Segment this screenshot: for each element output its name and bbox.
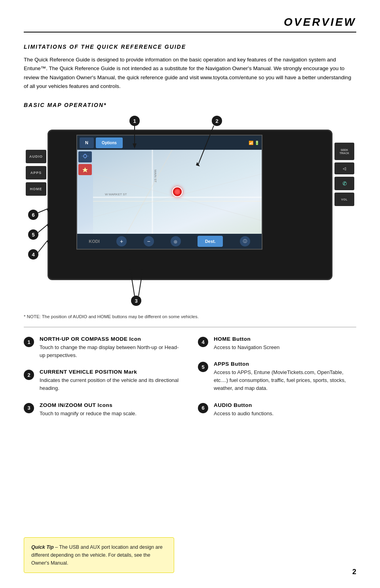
svg-text:4: 4 bbox=[32, 252, 35, 258]
svg-point-29 bbox=[28, 249, 38, 260]
svg-line-8 bbox=[125, 150, 172, 234]
quick-tip-label: Quick Tip bbox=[31, 544, 54, 550]
desc-body-4: Access to Navigation Screen bbox=[214, 344, 356, 351]
desc-body-3: Touch to magnify or reduce the map scale… bbox=[40, 410, 182, 418]
header-title: OVERVIEW bbox=[24, 16, 356, 29]
nav-n-icon[interactable]: N bbox=[80, 137, 94, 148]
svg-point-25 bbox=[131, 296, 141, 306]
desc-content-6: AUDIO Button Access to audio functions. bbox=[214, 402, 356, 418]
zoom-in-btn[interactable]: + bbox=[116, 236, 127, 246]
desc-item-1: 1 NORTH-UP OR COMPASS MODE Icon Touch to… bbox=[24, 336, 182, 359]
hardware-buttons-left: AUDIO APPS HOME bbox=[26, 150, 46, 196]
limitations-section: LIMITATIONS OF THE QUICK REFERENCE GUIDE… bbox=[24, 44, 356, 91]
descriptions-left: 1 NORTH-UP OR COMPASS MODE Icon Touch to… bbox=[24, 336, 182, 427]
screen-top-bar: N Options 📶 🔋 bbox=[77, 136, 262, 150]
svg-point-15 bbox=[129, 116, 140, 126]
svg-line-31 bbox=[38, 225, 48, 233]
svg-point-0 bbox=[84, 155, 87, 158]
apps-hw-button[interactable]: APPS bbox=[26, 166, 46, 179]
screen-bottom-bar: KODI + − ◎ Dest. ⓘ bbox=[77, 234, 262, 249]
desc-item-4: 4 HOME Button Access to Navigation Scree… bbox=[198, 336, 356, 351]
descriptions-right: 4 HOME Button Access to Navigation Scree… bbox=[198, 336, 356, 427]
desc-item-5: 5 APPS Button Access to APPS, Entune (Mo… bbox=[198, 361, 356, 392]
desc-body-6: Access to audio functions. bbox=[214, 410, 356, 418]
desc-title-3: ZOOM IN/ZOOM OUT Icons bbox=[40, 402, 182, 408]
desc-item-2: 2 CURRENT VEHICLE POSITION Mark Indicate… bbox=[24, 369, 182, 392]
back-button[interactable]: ◁ bbox=[334, 162, 354, 174]
desc-item-3: 3 ZOOM IN/ZOOM OUT Icons Touch to magnif… bbox=[24, 402, 182, 418]
desc-number-6: 6 bbox=[198, 403, 208, 413]
desc-title-2: CURRENT VEHICLE POSITION Mark bbox=[40, 369, 182, 375]
desc-number-2: 2 bbox=[24, 370, 34, 380]
seek-track-button[interactable]: SEEK TRACK bbox=[334, 143, 354, 160]
desc-number-5: 5 bbox=[198, 362, 208, 372]
vehicle-position-marker bbox=[172, 187, 182, 197]
svg-text:6: 6 bbox=[32, 212, 34, 218]
basic-map-section: BASIC MAP OPERATION* AUDIO APPS HOME SEE… bbox=[24, 102, 356, 319]
hardware-buttons-right: SEEK TRACK ◁ ✆ VOL bbox=[334, 143, 354, 206]
desc-content-5: APPS Button Access to APPS, Entune (Movi… bbox=[214, 361, 356, 392]
device-frame: AUDIO APPS HOME SEEK TRACK ◁ ✆ VOL bbox=[48, 130, 332, 280]
desc-body-2: Indicates the current position of the ve… bbox=[40, 376, 182, 392]
info-btn[interactable]: ⓘ bbox=[240, 236, 250, 246]
svg-text:W MARKET ST: W MARKET ST bbox=[105, 193, 127, 196]
svg-point-37 bbox=[28, 210, 38, 220]
desc-title-6: AUDIO Button bbox=[214, 402, 356, 408]
diagram-note: * NOTE: The position of AUDIO and HOME b… bbox=[24, 314, 356, 319]
desc-number-1: 1 bbox=[24, 337, 34, 347]
svg-text:2: 2 bbox=[215, 118, 218, 124]
volume-button[interactable]: VOL bbox=[334, 193, 354, 206]
center-map-btn[interactable]: ◎ bbox=[171, 236, 181, 246]
descriptions-grid: 1 NORTH-UP OR COMPASS MODE Icon Touch to… bbox=[24, 336, 356, 427]
svg-text:3: 3 bbox=[135, 298, 137, 304]
desc-item-6: 6 AUDIO Button Access to audio functions… bbox=[198, 402, 356, 418]
section-divider bbox=[24, 327, 356, 327]
desc-number-4: 4 bbox=[198, 337, 208, 347]
options-button[interactable]: Options bbox=[96, 137, 123, 148]
svg-point-19 bbox=[212, 116, 222, 126]
limitations-body: The Quick Reference Guide is designed to… bbox=[24, 55, 356, 91]
svg-line-27 bbox=[38, 241, 48, 252]
desc-body-1: Touch to change the map display between … bbox=[40, 344, 182, 359]
page-number: 2 bbox=[352, 568, 356, 576]
audio-hw-button[interactable]: AUDIO bbox=[26, 150, 46, 163]
desc-title-4: HOME Button bbox=[214, 336, 356, 342]
desc-content-4: HOME Button Access to Navigation Screen bbox=[214, 336, 356, 351]
dest-btn[interactable]: Dest. bbox=[198, 236, 223, 247]
screen-icon-1[interactable] bbox=[78, 151, 92, 162]
basic-map-heading: BASIC MAP OPERATION* bbox=[24, 102, 356, 108]
navigation-screen: N Options 📶 🔋 bbox=[76, 135, 262, 250]
diagram-container: AUDIO APPS HOME SEEK TRACK ◁ ✆ VOL bbox=[28, 114, 352, 312]
svg-point-33 bbox=[28, 229, 38, 240]
desc-number-3: 3 bbox=[24, 403, 34, 413]
svg-text:5: 5 bbox=[32, 232, 34, 238]
desc-body-5: Access to APPS, Entune (MovieTickets.com… bbox=[214, 368, 356, 392]
desc-content-1: NORTH-UP OR COMPASS MODE Icon Touch to c… bbox=[40, 336, 182, 359]
svg-text:1: 1 bbox=[133, 118, 136, 124]
map-area: W MARKET ST MAIN ST bbox=[93, 150, 262, 234]
desc-title-5: APPS Button bbox=[214, 361, 356, 367]
limitations-heading: LIMITATIONS OF THE QUICK REFERENCE GUIDE bbox=[24, 44, 356, 50]
svg-text:MAIN ST: MAIN ST bbox=[154, 170, 157, 183]
desc-title-1: NORTH-UP OR COMPASS MODE Icon bbox=[40, 336, 182, 342]
zoom-out-btn[interactable]: − bbox=[144, 236, 154, 246]
screen-status-icons: 📶 🔋 bbox=[249, 141, 259, 145]
page-container: OVERVIEW LIMITATIONS OF THE QUICK REFERE… bbox=[0, 0, 380, 588]
svg-line-35 bbox=[38, 209, 48, 213]
desc-content-2: CURRENT VEHICLE POSITION Mark Indicates … bbox=[40, 369, 182, 392]
quick-tip-box: Quick Tip – The USB and AUX port locatio… bbox=[24, 537, 174, 573]
phone-button[interactable]: ✆ bbox=[334, 177, 354, 190]
screen-side-icons bbox=[78, 151, 92, 175]
zoom-label: KODI bbox=[89, 239, 100, 244]
home-hw-button[interactable]: HOME bbox=[26, 182, 46, 196]
screen-icon-2[interactable] bbox=[78, 164, 92, 175]
desc-content-3: ZOOM IN/ZOOM OUT Icons Touch to magnify … bbox=[40, 402, 182, 418]
header-divider bbox=[24, 32, 356, 32]
